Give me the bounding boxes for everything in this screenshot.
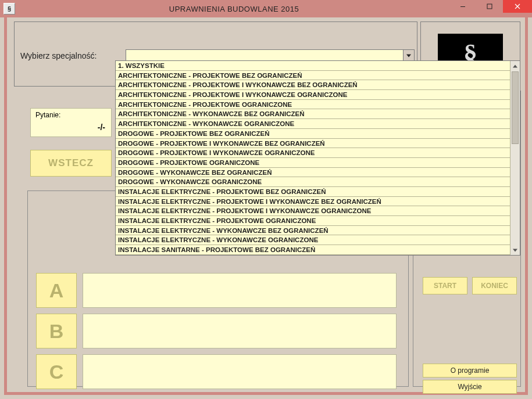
dropdown-item[interactable]: INSTALACJE ELEKTRYCZNE - PROJEKTOWE OGRA… <box>116 216 510 226</box>
svg-marker-5 <box>513 64 517 67</box>
dropdown-item[interactable]: ARCHITEKTONICZNE - PROJEKTOWE I WYKONAWC… <box>116 90 510 100</box>
window-title: UPRAWNIENIA BUDOWLANE 2015 <box>19 5 449 13</box>
dropdown-item[interactable]: ARCHITEKTONICZNE - WYKONAWCZE BEZ OGRANI… <box>116 109 510 119</box>
title-bar: § UPRAWNIENIA BUDOWLANE 2015 <box>0 0 532 17</box>
close-button[interactable] <box>503 0 532 13</box>
dropdown-item[interactable]: INSTALACJE ELEKTRYCZNE - PROJEKTOWE BEZ … <box>116 187 510 197</box>
dropdown-item[interactable]: INSTALACJE ELEKTRYCZNE - WYKONAWCZE BEZ … <box>116 226 510 236</box>
back-button[interactable]: WSTECZ <box>30 150 112 177</box>
answer-b-text <box>83 314 397 348</box>
svg-rect-1 <box>487 4 492 9</box>
about-button[interactable]: O programie <box>423 364 517 378</box>
scroll-down-icon[interactable] <box>510 245 520 255</box>
dropdown-item[interactable]: DROGOWE - PROJEKTOWE BEZ OGRANICZEŃ <box>116 129 510 139</box>
dropdown-item[interactable]: ARCHITEKTONICZNE - PROJEKTOWE OGRANICZON… <box>116 100 510 110</box>
dropdown-item[interactable]: DROGOWE - WYKONAWCZE BEZ OGRANICZEŃ <box>116 168 510 178</box>
start-button[interactable]: START <box>423 277 467 294</box>
dropdown-item[interactable]: INSTALACJE ELEKTRYCZNE - PROJEKTOWE I WY… <box>116 206 510 216</box>
answer-a-button[interactable]: A <box>36 273 77 308</box>
dropdown-item[interactable]: DROGOWE - PROJEKTOWE OGRANICZONE <box>116 158 510 168</box>
scroll-up-icon[interactable] <box>510 61 520 71</box>
svg-rect-0 <box>460 6 465 7</box>
answer-a-text <box>83 273 397 308</box>
answer-c-button[interactable]: C <box>36 354 77 389</box>
question-counter-box: Pytanie: -/- <box>30 108 112 137</box>
dropdown-item[interactable]: 1. WSZYSTKIE <box>116 61 510 71</box>
dropdown-item[interactable]: ARCHITEKTONICZNE - WYKONAWCZE OGRANICZON… <box>116 119 510 129</box>
answer-c-text <box>83 354 397 389</box>
question-counter-value: -/- <box>98 123 105 132</box>
dropdown-item[interactable]: INSTALACJE SANITARNE - PROJEKTOWE BEZ OG… <box>116 245 510 255</box>
svg-marker-4 <box>406 55 411 57</box>
dropdown-scrollbar[interactable] <box>510 61 520 255</box>
dropdown-item[interactable]: DROGOWE - PROJEKTOWE I WYKONAWCZE OGRANI… <box>116 148 510 158</box>
dropdown-item[interactable]: INSTALACJE ELEKTRYCZNE - WYKONAWCZE OGRA… <box>116 235 510 245</box>
app-icon: § <box>3 3 15 15</box>
dropdown-item[interactable]: DROGOWE - PROJEKTOWE I WYKONAWCZE BEZ OG… <box>116 139 510 149</box>
chevron-down-icon[interactable] <box>403 50 414 62</box>
dropdown-items-container: 1. WSZYSTKIE ARCHITEKTONICZNE - PROJEKTO… <box>116 61 510 255</box>
end-button[interactable]: KONIEC <box>472 277 517 294</box>
dropdown-item[interactable]: ARCHITEKTONICZNE - PROJEKTOWE I WYKONAWC… <box>116 80 510 90</box>
specialty-label: Wybierz specjalność: <box>20 51 97 60</box>
maximize-button[interactable] <box>476 0 503 13</box>
specialty-dropdown-list[interactable]: 1. WSZYSTKIE ARCHITEKTONICZNE - PROJEKTO… <box>115 60 520 256</box>
answer-b-button[interactable]: B <box>36 314 77 348</box>
question-counter-label: Pytanie: <box>35 111 60 119</box>
scroll-thumb[interactable] <box>512 71 519 144</box>
svg-marker-6 <box>513 249 517 251</box>
specialty-combobox-value <box>126 50 403 62</box>
dropdown-item[interactable]: ARCHITEKTONICZNE - PROJEKTOWE BEZ OGRANI… <box>116 71 510 81</box>
exit-button[interactable]: Wyjście <box>423 380 517 394</box>
minimize-button[interactable] <box>449 0 476 13</box>
dropdown-item[interactable]: INSTALACJE ELEKTRYCZNE - PROJEKTOWE I WY… <box>116 197 510 207</box>
dropdown-item[interactable]: DROGOWE - WYKONAWCZE OGRANICZONE <box>116 177 510 187</box>
